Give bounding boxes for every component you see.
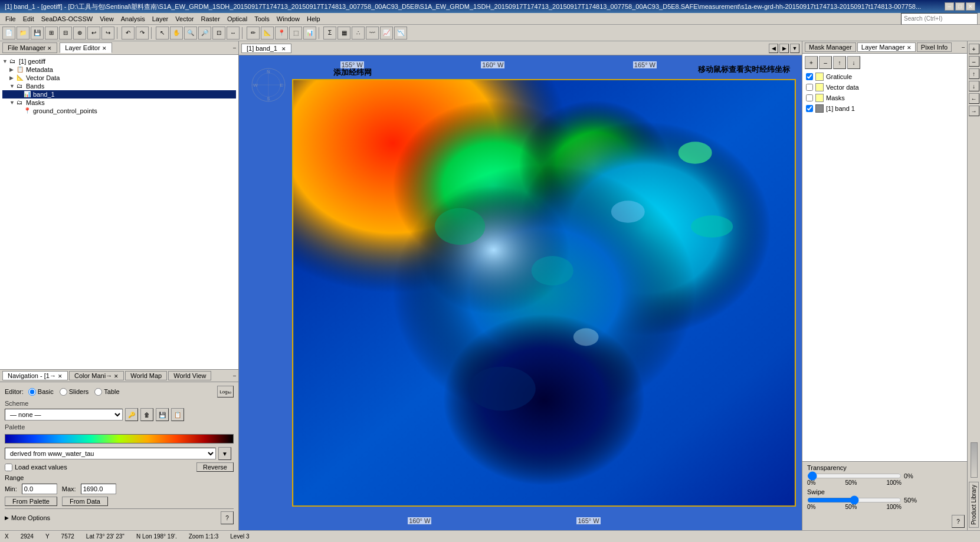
tb-connect[interactable]: ⊕	[73, 27, 86, 40]
tb-redo[interactable]: ↷	[136, 27, 149, 40]
radio-table[interactable]: Table	[94, 388, 119, 396]
tb-mosaic[interactable]: ⊟	[59, 27, 72, 40]
right-panel-minimize[interactable]: –	[962, 44, 965, 50]
metadata-expand[interactable]: ▶	[9, 67, 17, 73]
tb-save[interactable]: 💾	[31, 27, 44, 40]
palette-btn[interactable]: ▼	[218, 447, 231, 460]
rt-zoom-out[interactable]: –	[969, 56, 979, 67]
log10-button[interactable]: Log₁₀	[217, 386, 234, 398]
tb-new[interactable]: 📄	[2, 27, 15, 40]
tb-pan[interactable]: ✋	[170, 27, 183, 40]
tab-layer-manager[interactable]: Layer Manager ✕	[857, 42, 916, 52]
menu-file[interactable]: File	[2, 15, 19, 23]
tb-export[interactable]: ↪	[101, 27, 114, 40]
masks-layer-checkbox[interactable]	[806, 94, 813, 101]
tb-import[interactable]: ↩	[87, 27, 100, 40]
rt-down[interactable]: ↓	[969, 81, 979, 91]
file-manager-close[interactable]: ✕	[47, 45, 52, 51]
tree-root[interactable]: ▼ 🗂 [1] geotiff	[2, 57, 236, 65]
tree-gcp[interactable]: 📍 ground_control_points	[2, 107, 236, 115]
tb-profile[interactable]: 〰	[366, 27, 379, 40]
tab-pixel-info[interactable]: Pixel Info	[917, 42, 952, 52]
tab-file-manager[interactable]: File Manager ✕	[2, 42, 57, 53]
tb-select[interactable]: ⬚	[289, 27, 302, 40]
tree-band1[interactable]: 📊 band_1	[2, 90, 236, 98]
tb-zoom-out[interactable]: 🔎	[198, 27, 211, 40]
menu-seadas[interactable]: SeaDAS-OCSSW	[38, 15, 96, 23]
layer-band1[interactable]: [1] band 1	[805, 103, 965, 114]
masks-expand[interactable]: ▼	[9, 100, 17, 106]
menu-window[interactable]: Window	[274, 15, 303, 23]
layer-remove-btn[interactable]: –	[819, 56, 832, 69]
from-data-button[interactable]: From Data	[62, 497, 108, 506]
tab-navigation[interactable]: Navigation - [1→ ✕	[2, 371, 68, 380]
tb-stats[interactable]: Σ	[323, 27, 336, 40]
menu-help[interactable]: Help	[304, 15, 323, 23]
maximize-button[interactable]: □	[955, 2, 965, 11]
tree-bands[interactable]: ▼ 🗂 Bands	[2, 82, 236, 90]
scheme-icon-btn4[interactable]: 📋	[171, 408, 184, 421]
tb-pin[interactable]: 📍	[275, 27, 288, 40]
tab-color-manip[interactable]: Color Mani→ ✕	[69, 371, 124, 380]
layer-editor-close[interactable]: ✕	[102, 45, 107, 51]
swipe-slider[interactable]	[807, 498, 902, 502]
layer-add-btn[interactable]: +	[805, 56, 818, 69]
minimize-button[interactable]: –	[945, 2, 954, 11]
menu-tools[interactable]: Tools	[251, 15, 273, 23]
tb-chart[interactable]: 📈	[380, 27, 393, 40]
nav-prev[interactable]: ◀	[769, 44, 778, 53]
tb-draw[interactable]: ✏	[247, 27, 260, 40]
right-help-btn[interactable]: ?	[952, 515, 965, 528]
reverse-button[interactable]: Reverse	[196, 462, 234, 472]
rt-scroll[interactable]	[971, 442, 978, 478]
root-expand[interactable]: ▼	[2, 58, 9, 64]
layer-vector-data[interactable]: Vector data	[805, 82, 965, 93]
rt-left[interactable]: ←	[969, 93, 979, 104]
menu-view[interactable]: View	[97, 15, 117, 23]
menu-layer[interactable]: Layer	[149, 15, 172, 23]
bands-expand[interactable]: ▼	[9, 83, 17, 89]
graticule-checkbox[interactable]	[806, 73, 813, 80]
scheme-icon-btn2[interactable]: 🗑	[140, 408, 153, 421]
scheme-icon-btn3[interactable]: 💾	[156, 408, 169, 421]
tb-histogram[interactable]: ▦	[337, 27, 350, 40]
close-button[interactable]: ✕	[966, 2, 975, 11]
product-library-tab[interactable]: Product Library	[969, 482, 979, 528]
more-options-row[interactable]: ▶ More Options ?	[5, 508, 234, 527]
radio-basic[interactable]: Basic	[28, 388, 54, 396]
help-icon[interactable]: ?	[221, 511, 234, 524]
tb-chart2[interactable]: 📉	[394, 27, 407, 40]
tb-open[interactable]: 📁	[17, 27, 30, 40]
tb-spectrum[interactable]: 📊	[303, 27, 316, 40]
tree-metadata[interactable]: ▶ 📋 Metadata	[2, 65, 236, 74]
layer-down-btn[interactable]: ↓	[847, 56, 860, 69]
scheme-dropdown[interactable]: — none —	[5, 409, 123, 421]
layer-up-btn[interactable]: ↑	[833, 56, 846, 69]
menu-raster[interactable]: Raster	[198, 15, 222, 23]
layer-manager-close[interactable]: ✕	[907, 45, 912, 51]
radio-sliders[interactable]: Sliders	[60, 388, 89, 396]
tab-world-map[interactable]: World Map	[125, 371, 167, 380]
tb-sync[interactable]: ↔	[227, 27, 240, 40]
tab-world-view[interactable]: World View	[168, 371, 211, 380]
menu-edit[interactable]: Edit	[20, 15, 37, 23]
center-tab-close[interactable]: ✕	[281, 46, 286, 52]
transparency-slider[interactable]	[807, 474, 902, 478]
tree-masks[interactable]: ▼ 🗂 Masks	[2, 98, 236, 107]
tree-vector-data[interactable]: ▶ 📐 Vector Data	[2, 74, 236, 82]
rt-zoom-in[interactable]: +	[969, 44, 979, 54]
menu-optical[interactable]: Optical	[224, 15, 250, 23]
rt-right[interactable]: →	[969, 106, 979, 116]
tab-layer-editor[interactable]: Layer Editor ✕	[60, 42, 112, 53]
tab-mask-manager[interactable]: Mask Manager	[805, 42, 856, 52]
load-exact-checkbox[interactable]	[5, 464, 12, 471]
vector-expand[interactable]: ▶	[9, 75, 17, 81]
bottom-minimize[interactable]: –	[233, 373, 236, 379]
tb-zoom-in[interactable]: 🔍	[184, 27, 197, 40]
tb-undo[interactable]: ↶	[122, 27, 135, 40]
vector-data-checkbox[interactable]	[806, 84, 813, 91]
from-palette-button[interactable]: From Palette	[5, 497, 57, 506]
search-input[interactable]	[901, 13, 978, 25]
rt-up[interactable]: ↑	[969, 68, 979, 79]
nav-next[interactable]: ▶	[779, 44, 789, 53]
